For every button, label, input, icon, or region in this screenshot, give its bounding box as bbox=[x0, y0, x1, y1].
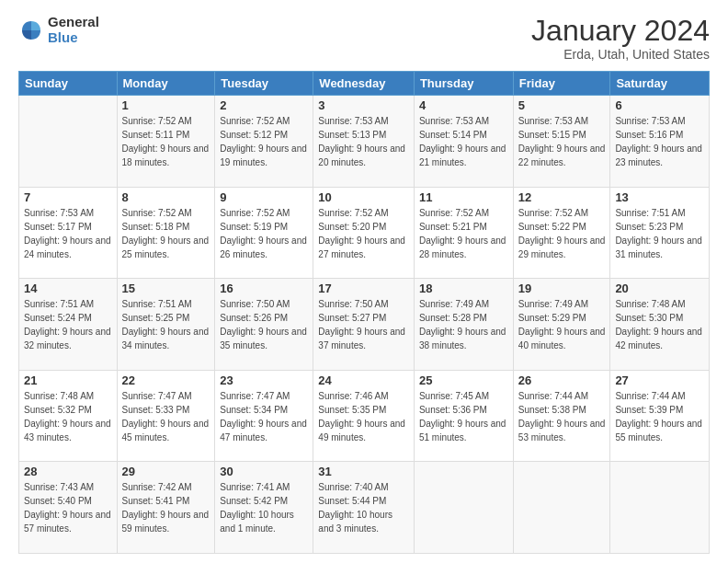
day-cell: 14Sunrise: 7:51 AMSunset: 5:24 PMDayligh… bbox=[19, 279, 118, 371]
day-number: 29 bbox=[122, 465, 210, 478]
day-number: 8 bbox=[122, 190, 210, 204]
day-number: 15 bbox=[122, 282, 210, 295]
day-number: 13 bbox=[615, 190, 704, 204]
day-cell: 19Sunrise: 7:49 AMSunset: 5:29 PMDayligh… bbox=[513, 279, 610, 371]
day-cell: 2Sunrise: 7:52 AMSunset: 5:12 PMDaylight… bbox=[215, 96, 313, 188]
day-number: 12 bbox=[518, 190, 606, 204]
day-info: Sunrise: 7:47 AMSunset: 5:34 PMDaylight:… bbox=[220, 389, 308, 444]
day-number: 21 bbox=[24, 373, 112, 387]
day-info: Sunrise: 7:52 AMSunset: 5:11 PMDaylight:… bbox=[122, 114, 210, 169]
day-cell: 17Sunrise: 7:50 AMSunset: 5:27 PMDayligh… bbox=[313, 279, 415, 371]
day-number: 23 bbox=[220, 373, 308, 387]
day-number: 6 bbox=[615, 98, 704, 112]
day-info: Sunrise: 7:49 AMSunset: 5:28 PMDaylight:… bbox=[419, 297, 508, 352]
day-number: 16 bbox=[220, 282, 308, 295]
day-cell: 18Sunrise: 7:49 AMSunset: 5:28 PMDayligh… bbox=[414, 279, 513, 371]
day-info: Sunrise: 7:48 AMSunset: 5:30 PMDaylight:… bbox=[615, 297, 704, 352]
day-cell: 10Sunrise: 7:52 AMSunset: 5:20 PMDayligh… bbox=[313, 187, 415, 279]
day-info: Sunrise: 7:50 AMSunset: 5:26 PMDaylight:… bbox=[220, 297, 308, 352]
day-info: Sunrise: 7:46 AMSunset: 5:35 PMDaylight:… bbox=[318, 389, 409, 444]
day-number: 22 bbox=[122, 373, 210, 387]
day-info: Sunrise: 7:44 AMSunset: 5:38 PMDaylight:… bbox=[518, 389, 606, 444]
header-cell-wednesday: Wednesday bbox=[313, 72, 415, 96]
header-cell-friday: Friday bbox=[513, 72, 610, 96]
day-cell: 5Sunrise: 7:53 AMSunset: 5:15 PMDaylight… bbox=[513, 96, 610, 188]
day-cell: 3Sunrise: 7:53 AMSunset: 5:13 PMDaylight… bbox=[313, 96, 415, 188]
day-info: Sunrise: 7:51 AMSunset: 5:25 PMDaylight:… bbox=[122, 297, 210, 352]
week-row-3: 14Sunrise: 7:51 AMSunset: 5:24 PMDayligh… bbox=[19, 279, 710, 371]
day-cell: 31Sunrise: 7:40 AMSunset: 5:44 PMDayligh… bbox=[313, 462, 415, 554]
day-number: 20 bbox=[615, 282, 704, 295]
day-number: 2 bbox=[220, 98, 308, 112]
day-number: 14 bbox=[24, 282, 112, 295]
header-cell-sunday: Sunday bbox=[19, 72, 118, 96]
week-row-5: 28Sunrise: 7:43 AMSunset: 5:40 PMDayligh… bbox=[19, 462, 710, 554]
day-cell: 21Sunrise: 7:48 AMSunset: 5:32 PMDayligh… bbox=[19, 370, 118, 462]
day-info: Sunrise: 7:52 AMSunset: 5:12 PMDaylight:… bbox=[220, 114, 308, 169]
day-cell: 9Sunrise: 7:52 AMSunset: 5:19 PMDaylight… bbox=[215, 187, 313, 279]
day-number: 31 bbox=[318, 465, 409, 478]
week-row-2: 7Sunrise: 7:53 AMSunset: 5:17 PMDaylight… bbox=[19, 187, 710, 279]
day-info: Sunrise: 7:52 AMSunset: 5:20 PMDaylight:… bbox=[318, 206, 409, 261]
day-cell: 7Sunrise: 7:53 AMSunset: 5:17 PMDaylight… bbox=[19, 187, 118, 279]
header-cell-tuesday: Tuesday bbox=[215, 72, 313, 96]
day-cell: 23Sunrise: 7:47 AMSunset: 5:34 PMDayligh… bbox=[215, 370, 313, 462]
month-year-title: January 2024 bbox=[531, 15, 710, 47]
day-number: 11 bbox=[419, 190, 508, 204]
day-info: Sunrise: 7:48 AMSunset: 5:32 PMDaylight:… bbox=[24, 389, 112, 444]
day-info: Sunrise: 7:45 AMSunset: 5:36 PMDaylight:… bbox=[419, 389, 508, 444]
day-number: 26 bbox=[518, 373, 606, 387]
header-cell-saturday: Saturday bbox=[610, 72, 710, 96]
day-cell: 4Sunrise: 7:53 AMSunset: 5:14 PMDaylight… bbox=[414, 96, 513, 188]
day-cell: 25Sunrise: 7:45 AMSunset: 5:36 PMDayligh… bbox=[414, 370, 513, 462]
logo-blue: Blue bbox=[48, 30, 99, 46]
header-row: SundayMondayTuesdayWednesdayThursdayFrid… bbox=[19, 72, 710, 96]
calendar-table: SundayMondayTuesdayWednesdayThursdayFrid… bbox=[18, 71, 710, 554]
calendar-page: General Blue January 2024 Erda, Utah, Un… bbox=[0, 0, 728, 563]
day-cell bbox=[513, 462, 610, 554]
day-cell bbox=[610, 462, 710, 554]
day-number: 25 bbox=[419, 373, 508, 387]
day-cell: 22Sunrise: 7:47 AMSunset: 5:33 PMDayligh… bbox=[117, 370, 215, 462]
day-info: Sunrise: 7:51 AMSunset: 5:23 PMDaylight:… bbox=[615, 206, 704, 261]
header-cell-monday: Monday bbox=[117, 72, 215, 96]
day-info: Sunrise: 7:44 AMSunset: 5:39 PMDaylight:… bbox=[615, 389, 704, 444]
day-info: Sunrise: 7:40 AMSunset: 5:44 PMDaylight:… bbox=[318, 480, 409, 535]
day-cell: 20Sunrise: 7:48 AMSunset: 5:30 PMDayligh… bbox=[610, 279, 710, 371]
day-number: 9 bbox=[220, 190, 308, 204]
day-cell: 8Sunrise: 7:52 AMSunset: 5:18 PMDaylight… bbox=[117, 187, 215, 279]
day-number: 19 bbox=[518, 282, 606, 295]
day-cell: 12Sunrise: 7:52 AMSunset: 5:22 PMDayligh… bbox=[513, 187, 610, 279]
logo-icon bbox=[18, 17, 44, 43]
day-info: Sunrise: 7:49 AMSunset: 5:29 PMDaylight:… bbox=[518, 297, 606, 352]
day-info: Sunrise: 7:52 AMSunset: 5:21 PMDaylight:… bbox=[419, 206, 508, 261]
day-number: 24 bbox=[318, 373, 409, 387]
day-number: 5 bbox=[518, 98, 606, 112]
day-cell bbox=[414, 462, 513, 554]
day-info: Sunrise: 7:41 AMSunset: 5:42 PMDaylight:… bbox=[220, 480, 308, 535]
day-info: Sunrise: 7:42 AMSunset: 5:41 PMDaylight:… bbox=[122, 480, 210, 535]
week-row-1: 1Sunrise: 7:52 AMSunset: 5:11 PMDaylight… bbox=[19, 96, 710, 188]
day-cell: 16Sunrise: 7:50 AMSunset: 5:26 PMDayligh… bbox=[215, 279, 313, 371]
title-block: January 2024 Erda, Utah, United States bbox=[531, 15, 710, 62]
header-cell-thursday: Thursday bbox=[414, 72, 513, 96]
calendar-body: 1Sunrise: 7:52 AMSunset: 5:11 PMDaylight… bbox=[19, 96, 710, 554]
day-cell bbox=[19, 96, 118, 188]
day-info: Sunrise: 7:53 AMSunset: 5:13 PMDaylight:… bbox=[318, 114, 409, 169]
logo: General Blue bbox=[18, 15, 99, 45]
header: General Blue January 2024 Erda, Utah, Un… bbox=[18, 15, 710, 62]
day-info: Sunrise: 7:53 AMSunset: 5:17 PMDaylight:… bbox=[24, 206, 112, 261]
day-cell: 24Sunrise: 7:46 AMSunset: 5:35 PMDayligh… bbox=[313, 370, 415, 462]
day-cell: 15Sunrise: 7:51 AMSunset: 5:25 PMDayligh… bbox=[117, 279, 215, 371]
day-cell: 11Sunrise: 7:52 AMSunset: 5:21 PMDayligh… bbox=[414, 187, 513, 279]
day-info: Sunrise: 7:43 AMSunset: 5:40 PMDaylight:… bbox=[24, 480, 112, 535]
day-info: Sunrise: 7:53 AMSunset: 5:14 PMDaylight:… bbox=[419, 114, 508, 169]
day-info: Sunrise: 7:52 AMSunset: 5:22 PMDaylight:… bbox=[518, 206, 606, 261]
day-cell: 28Sunrise: 7:43 AMSunset: 5:40 PMDayligh… bbox=[19, 462, 118, 554]
day-cell: 30Sunrise: 7:41 AMSunset: 5:42 PMDayligh… bbox=[215, 462, 313, 554]
day-info: Sunrise: 7:53 AMSunset: 5:15 PMDaylight:… bbox=[518, 114, 606, 169]
day-info: Sunrise: 7:50 AMSunset: 5:27 PMDaylight:… bbox=[318, 297, 409, 352]
day-info: Sunrise: 7:51 AMSunset: 5:24 PMDaylight:… bbox=[24, 297, 112, 352]
day-number: 28 bbox=[24, 465, 112, 478]
day-cell: 13Sunrise: 7:51 AMSunset: 5:23 PMDayligh… bbox=[610, 187, 710, 279]
